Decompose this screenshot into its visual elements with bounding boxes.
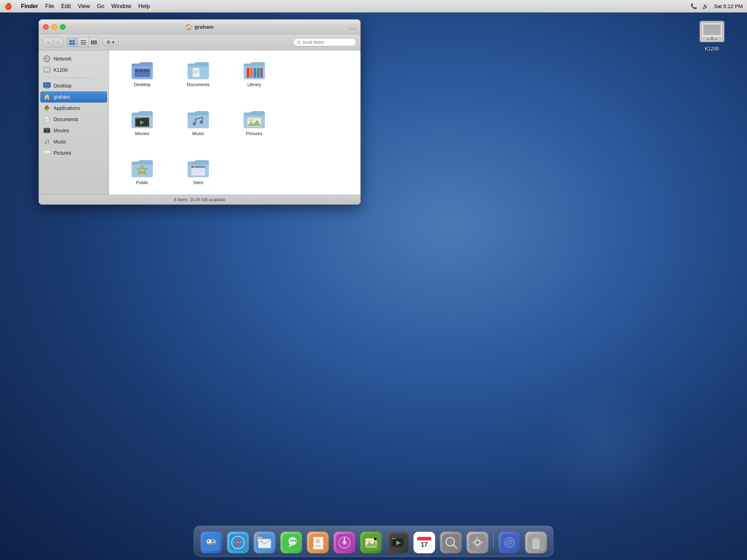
volume-icon: 🔊	[702, 3, 709, 9]
sidebar-music-label: Music	[54, 139, 67, 145]
action-button[interactable]: ⚙ ▾	[103, 38, 118, 46]
svg-point-3	[711, 37, 713, 40]
svg-rect-2	[703, 24, 721, 35]
dock-item-sysprefs[interactable]	[465, 529, 490, 553]
mail-dock-icon	[254, 532, 275, 553]
menu-view[interactable]: View	[78, 3, 90, 9]
icon-view-button[interactable]	[67, 38, 78, 47]
sidebar-applications-label: Applications	[54, 105, 80, 111]
svg-point-72	[193, 122, 196, 126]
svg-rect-43	[49, 132, 49, 133]
trash-dock-icon	[525, 532, 547, 553]
svg-rect-69	[138, 118, 139, 119]
dock-item-iphoto[interactable]	[359, 529, 383, 553]
column-view-button[interactable]	[88, 38, 99, 47]
dock-item-finder[interactable]	[199, 529, 223, 553]
dock-item-ical[interactable]: 17 JUL	[412, 529, 436, 553]
folder-documents[interactable]: Documents	[172, 57, 224, 103]
music-folder-label: Music	[192, 131, 204, 136]
back-button[interactable]: ‹	[43, 38, 53, 47]
finder-dock-icon	[200, 532, 222, 553]
dock-item-spotlight[interactable]	[438, 529, 463, 553]
svg-point-115	[316, 539, 319, 543]
window-zoom-widget	[349, 24, 356, 29]
svg-point-107	[290, 540, 292, 541]
forward-button[interactable]: ›	[53, 38, 63, 47]
svg-rect-133	[394, 538, 395, 539]
svg-point-83	[196, 166, 198, 168]
search-icon	[297, 40, 301, 44]
music-folder-icon	[187, 109, 209, 129]
desktop-drive-k1200[interactable]: K1200	[698, 19, 726, 51]
menu-finder[interactable]: Finder	[21, 3, 38, 9]
sidebar-item-music[interactable]: Music	[39, 136, 109, 147]
menu-edit[interactable]: Edit	[61, 3, 71, 9]
folder-pictures[interactable]: Pictures	[228, 106, 281, 152]
sidebar-item-movies[interactable]: Movies	[39, 125, 109, 136]
dock: 17 JUL	[194, 526, 553, 556]
svg-rect-131	[402, 538, 404, 547]
documents-folder-icon	[187, 60, 209, 80]
dock-item-addressbook[interactable]	[305, 529, 330, 553]
folder-public[interactable]: Public	[116, 155, 168, 201]
svg-point-152	[481, 541, 483, 544]
dock-item-mail2[interactable]: @	[497, 529, 521, 553]
documents-sidebar-icon	[43, 115, 51, 123]
search-box[interactable]	[293, 38, 356, 46]
close-button[interactable]	[43, 24, 49, 30]
sidebar-item-documents[interactable]: Documents	[39, 114, 109, 125]
svg-rect-6	[70, 40, 72, 42]
dock-item-ichat[interactable]	[279, 529, 303, 553]
folder-movies[interactable]: Movies	[116, 106, 168, 152]
folder-library[interactable]: Library	[228, 57, 281, 103]
dock-item-trash[interactable]	[524, 529, 548, 553]
nav-buttons: ‹ ›	[43, 37, 63, 47]
svg-rect-52	[139, 69, 143, 72]
folder-desktop[interactable]: Desktop	[116, 57, 168, 103]
svg-rect-129	[391, 546, 404, 547]
apple-menu-icon[interactable]: 🍎	[4, 2, 12, 10]
svg-rect-42	[47, 132, 47, 133]
sidebar-item-pictures[interactable]: Pictures	[39, 147, 109, 159]
icon-view-icon	[70, 40, 75, 44]
desktop-folder-label: Desktop	[134, 82, 151, 87]
ical-dock-icon: 17 JUL	[413, 532, 435, 553]
maximize-button[interactable]	[60, 24, 65, 30]
list-view-button[interactable]	[78, 38, 88, 47]
minimize-button[interactable]	[51, 24, 57, 30]
svg-rect-132	[392, 538, 393, 539]
network-icon	[43, 55, 51, 63]
folder-music[interactable]: Music	[172, 106, 224, 152]
menu-go[interactable]: Go	[97, 3, 104, 9]
finder-toolbar: ‹ ›	[39, 34, 360, 50]
itunes-dock-icon	[333, 532, 355, 553]
sidebar-item-graham[interactable]: graham	[40, 91, 107, 103]
dock-item-itunes[interactable]	[332, 529, 357, 553]
sidebar-item-applications[interactable]: Applications	[39, 103, 109, 114]
sidebar-k1200-label: K1200	[54, 67, 68, 73]
svg-rect-78	[139, 171, 145, 174]
menubar: 🍎 Finder File Edit View Go Window Help 📞…	[0, 0, 747, 13]
public-folder-icon	[131, 158, 153, 178]
mail2-dock-icon: @	[498, 532, 520, 553]
svg-point-122	[368, 540, 371, 543]
sidebar-item-network[interactable]: Network	[39, 53, 109, 64]
svg-point-109	[295, 540, 296, 541]
svg-rect-53	[144, 69, 149, 72]
dock-item-imovie[interactable]	[385, 529, 410, 553]
sidebar-item-desktop[interactable]: Desktop	[39, 80, 109, 91]
movies-folder-icon	[131, 109, 153, 129]
menu-help[interactable]: Help	[138, 3, 150, 9]
svg-rect-61	[257, 68, 260, 78]
menu-window[interactable]: Window	[111, 3, 131, 9]
svg-point-108	[292, 540, 294, 541]
dock-item-safari[interactable]	[226, 529, 250, 553]
sidebar-item-k1200[interactable]: K1200	[39, 64, 109, 76]
dock-item-mail[interactable]	[252, 529, 277, 553]
svg-rect-58	[247, 68, 249, 78]
folder-sites[interactable]: Sites	[172, 155, 224, 201]
svg-point-93	[212, 540, 213, 542]
library-folder-label: Library	[247, 82, 261, 87]
search-input[interactable]	[303, 40, 352, 45]
menu-file[interactable]: File	[45, 3, 54, 9]
